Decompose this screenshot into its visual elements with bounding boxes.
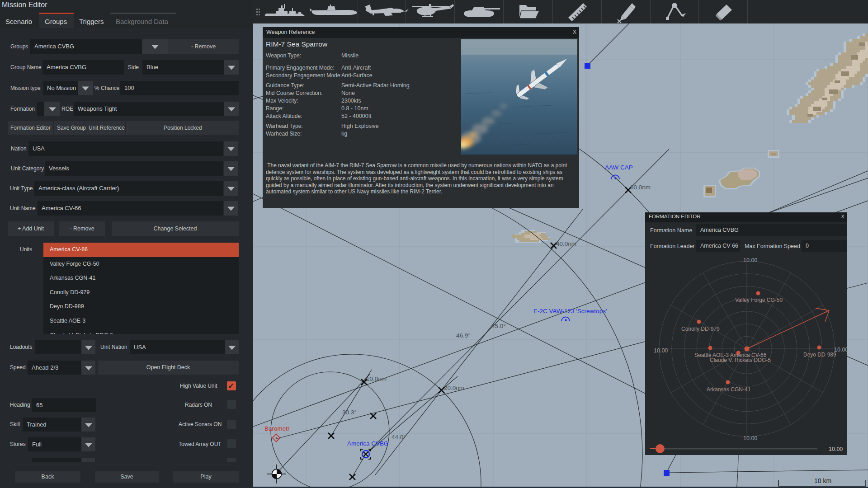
svg-text:60.0nm: 60.0nm [630,184,651,191]
svg-text:Conolly DD-979: Conolly DD-979 [681,326,720,332]
svg-text:30.3°: 30.3° [342,409,357,416]
svg-text:10.00: 10.00 [743,435,757,441]
svg-text:20.0nm: 20.0nm [444,385,464,391]
svg-text:10.00: 10.00 [654,347,668,354]
svg-text:44.0°: 44.0° [392,434,406,441]
svg-text:E-2C VAW-123 'Screwtops': E-2C VAW-123 'Screwtops' [533,308,607,314]
svg-text:AAW CAP: AAW CAP [605,164,633,171]
svg-text:45.0°: 45.0° [491,323,506,329]
svg-text:10 km: 10 km [814,477,831,484]
svg-text:40.0nm: 40.0nm [556,240,576,247]
svg-text:Valley Forge CG-50: Valley Forge CG-50 [735,297,783,303]
svg-text:Arkansas CGN-41: Arkansas CGN-41 [707,386,751,393]
svg-text:10.00: 10.00 [829,446,843,452]
svg-text:10.0nm: 10.0nm [366,375,387,382]
svg-text:Claude V. Rickets DDG-5: Claude V. Rickets DDG-5 [710,357,771,363]
svg-text:Deyo DD-989: Deyo DD-989 [803,352,836,358]
svg-text:Barometr: Barometr [264,425,290,432]
svg-text:America CVBG: America CVBG [347,440,389,447]
svg-text:46.9°: 46.9° [456,332,471,339]
svg-text:10.00: 10.00 [743,257,757,263]
